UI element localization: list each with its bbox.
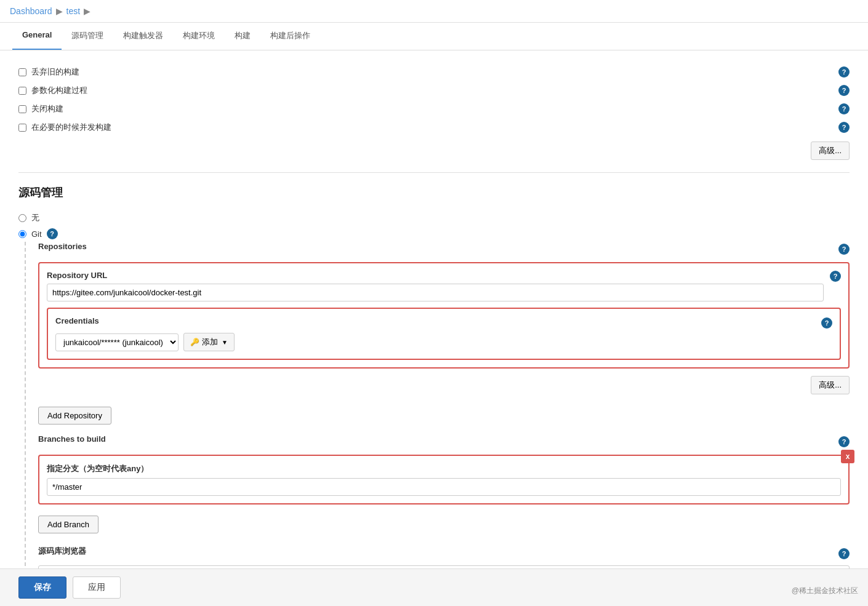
repo-url-label: Repository URL bbox=[47, 271, 824, 280]
branch-input[interactable] bbox=[47, 478, 841, 496]
checkbox-row-1: 丢弃旧的构建 ? bbox=[18, 63, 850, 81]
add-repository-button[interactable]: Add Repository bbox=[38, 407, 111, 425]
tab-build[interactable]: 构建 bbox=[225, 23, 260, 50]
save-button[interactable]: 保存 bbox=[18, 576, 66, 599]
repo-url-box: Repository URL ? Credentials ? bbox=[38, 262, 850, 369]
section-title: 源码管理 bbox=[18, 185, 850, 200]
checkbox-label-2: 参数化构建过程 bbox=[31, 85, 87, 96]
help-icon-git[interactable]: ? bbox=[47, 228, 58, 239]
apply-button[interactable]: 应用 bbox=[73, 576, 121, 599]
checkbox-row-4: 在必要的时候并发构建 ? bbox=[18, 118, 850, 137]
breadcrumb-test[interactable]: test bbox=[66, 6, 81, 16]
checkbox-disable-build[interactable] bbox=[18, 105, 26, 113]
radio-row-git: Git ? bbox=[18, 226, 850, 242]
advanced-button-1[interactable]: 高级... bbox=[811, 142, 850, 160]
checkbox-section: 丢弃旧的构建 ? 参数化构建过程 ? 关闭构建 ? bbox=[18, 63, 850, 160]
dropdown-arrow-icon: ▼ bbox=[222, 339, 228, 346]
tab-bar: General 源码管理 构建触发器 构建环境 构建 构建后操作 bbox=[0, 23, 868, 50]
tab-trigger[interactable]: 构建触发器 bbox=[113, 23, 173, 50]
sep1: ▶ bbox=[56, 6, 63, 16]
radio-git[interactable] bbox=[18, 230, 26, 238]
checkbox-row-3: 关闭构建 ? bbox=[18, 100, 850, 118]
branch-box: x 指定分支（为空时代表any） bbox=[38, 455, 850, 504]
checkbox-concurrent-build[interactable] bbox=[18, 124, 26, 132]
tab-source[interactable]: 源码管理 bbox=[62, 23, 113, 50]
help-icon-cred[interactable]: ? bbox=[821, 317, 832, 329]
content-area: 丢弃旧的构建 ? 参数化构建过程 ? 关闭构建 ? bbox=[0, 50, 868, 597]
help-icon-3[interactable]: ? bbox=[838, 103, 850, 114]
source-management-section: 源码管理 无 Git ? Repositories ? bbox=[18, 185, 850, 584]
repositories-label: Repositories bbox=[38, 242, 87, 251]
checkbox-label-4: 在必要的时候并发构建 bbox=[31, 122, 111, 133]
tab-general[interactable]: General bbox=[12, 23, 62, 50]
main-content: 丢弃旧的构建 ? 参数化构建过程 ? 关闭构建 ? bbox=[0, 50, 868, 606]
checkbox-label-3: 关闭构建 bbox=[31, 103, 63, 114]
radio-row-none: 无 bbox=[18, 210, 850, 226]
branches-label: Branches to build bbox=[38, 434, 106, 444]
radio-none-label: 无 bbox=[31, 212, 39, 223]
branch-field-label: 指定分支（为空时代表any） bbox=[47, 463, 841, 474]
help-icon-2[interactable]: ? bbox=[838, 85, 850, 96]
credentials-box: Credentials ? junkaicool/****** (junkaic… bbox=[47, 308, 841, 360]
add-branch-button[interactable]: Add Branch bbox=[38, 516, 98, 533]
tab-post-build[interactable]: 构建后操作 bbox=[260, 23, 320, 50]
branches-section: Branches to build ? x 指定分支（为空时代表any） Add… bbox=[38, 434, 850, 533]
key-icon: 🔑 bbox=[190, 338, 199, 346]
credentials-row: junkaicool/****** (junkaicool) 🔑 添加 ▼ bbox=[55, 333, 832, 351]
help-icon-branches[interactable]: ? bbox=[838, 436, 850, 447]
tab-build-env[interactable]: 构建环境 bbox=[173, 23, 225, 50]
watermark: @稀土掘金技术社区 bbox=[792, 586, 858, 596]
checkbox-row-2: 参数化构建过程 ? bbox=[18, 81, 850, 100]
repo-url-input[interactable] bbox=[47, 284, 824, 301]
credentials-select[interactable]: junkaicool/****** (junkaicool) bbox=[55, 333, 179, 351]
section-divider-1 bbox=[18, 172, 850, 173]
git-subsection: Repositories ? Repository URL ? bbox=[25, 242, 850, 584]
radio-git-label: Git bbox=[31, 229, 42, 239]
add-credential-button[interactable]: 🔑 添加 ▼ bbox=[183, 333, 235, 351]
checkbox-discard-old[interactable] bbox=[18, 68, 26, 76]
checkbox-label-1: 丢弃旧的构建 bbox=[31, 66, 79, 78]
help-icon-1[interactable]: ? bbox=[838, 66, 850, 78]
radio-none[interactable] bbox=[18, 214, 26, 222]
source-browser-label: 源码库浏览器 bbox=[38, 546, 86, 557]
add-cred-label: 添加 bbox=[202, 337, 218, 348]
help-icon-browser[interactable]: ? bbox=[838, 548, 850, 559]
checkbox-parameterize[interactable] bbox=[18, 87, 26, 95]
repositories-header: Repositories ? bbox=[38, 242, 850, 256]
help-icon-repo-url[interactable]: ? bbox=[830, 271, 841, 282]
breadcrumb-dashboard[interactable]: Dashboard bbox=[10, 6, 52, 16]
credentials-label: Credentials bbox=[55, 316, 99, 325]
help-icon-4[interactable]: ? bbox=[838, 122, 850, 133]
sep2: ▶ bbox=[84, 6, 90, 16]
advanced-button-2[interactable]: 高级... bbox=[811, 376, 850, 394]
footer-bar: 保存 应用 bbox=[0, 568, 868, 606]
remove-branch-button[interactable]: x bbox=[841, 450, 854, 463]
help-icon-repo[interactable]: ? bbox=[838, 244, 850, 255]
breadcrumb: Dashboard ▶ test ▶ bbox=[0, 0, 868, 23]
